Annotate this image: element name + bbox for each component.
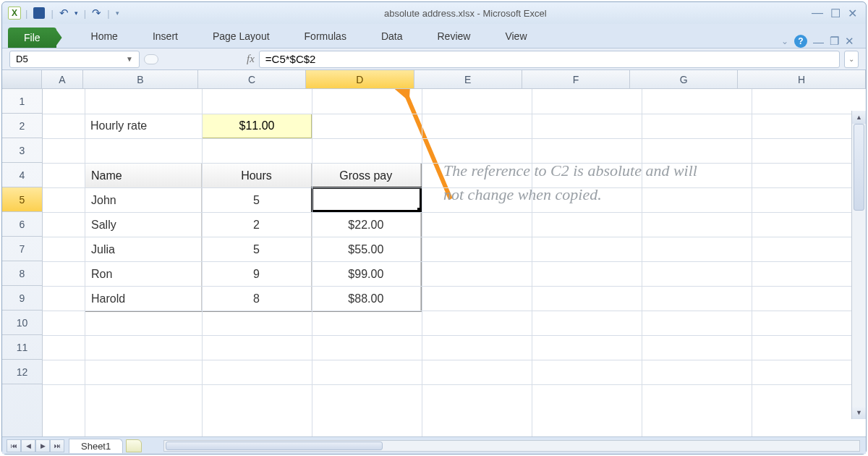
ribbon-tabs: File Home Insert Page Layout Formulas Da…	[2, 24, 866, 48]
row-header-10[interactable]: 10	[2, 311, 42, 335]
row-header-3[interactable]: 3	[2, 138, 42, 163]
formula-bar: D5 ▼ fx =C5*$C$2 ⌄	[2, 48, 866, 70]
row-header-6[interactable]: 6	[2, 212, 42, 237]
row-header-5[interactable]: 5	[2, 187, 42, 212]
column-header-H[interactable]: H	[738, 70, 866, 88]
sheet-nav-prev-icon[interactable]: ◀	[21, 439, 35, 452]
ribbon-dropdown-icon[interactable]: ⌄	[781, 36, 788, 46]
help-icon[interactable]: ?	[794, 35, 807, 48]
sheet-nav-first-icon[interactable]: ⏮	[7, 439, 21, 452]
formula-input[interactable]: =C5*$C$2	[259, 51, 840, 68]
sheet-tab-sheet1[interactable]: Sheet1	[69, 439, 123, 453]
row-header-2[interactable]: 2	[2, 114, 42, 138]
scroll-up-icon[interactable]: ▲	[852, 111, 866, 124]
expand-formula-bar-icon[interactable]: ⌄	[844, 51, 859, 68]
tab-file[interactable]: File	[8, 28, 56, 48]
tab-insert[interactable]: Insert	[135, 26, 195, 48]
name-box[interactable]: D5 ▼	[9, 51, 140, 68]
scroll-down-icon[interactable]: ▼	[852, 406, 866, 419]
row-header-8[interactable]: 8	[2, 261, 42, 286]
tab-home[interactable]: Home	[74, 26, 135, 48]
app-window: X | | ↶ ▾ | ↷ | ▾ absolute address.xlsx …	[1, 1, 867, 455]
row-header-9[interactable]: 9	[2, 286, 42, 311]
column-header-D[interactable]: D	[306, 70, 414, 88]
doc-close-icon[interactable]: ✕	[845, 35, 854, 48]
column-header-F[interactable]: F	[522, 70, 630, 88]
vertical-scrollbar[interactable]: ▲ ▼	[851, 111, 866, 419]
name-box-value: D5	[16, 54, 28, 64]
maximize-icon[interactable]: ☐	[830, 7, 841, 20]
namebox-drop-oval[interactable]	[144, 54, 158, 64]
title-bar: X | | ↶ ▾ | ↷ | ▾ absolute address.xlsx …	[2, 2, 866, 24]
horizontal-scroll-thumb[interactable]	[166, 442, 383, 450]
column-header-G[interactable]: G	[630, 70, 738, 88]
vertical-scroll-thumb[interactable]	[854, 124, 864, 211]
fx-icon[interactable]: fx	[247, 53, 255, 65]
column-header-C[interactable]: C	[198, 70, 306, 88]
sheet-nav-last-icon[interactable]: ⏭	[50, 439, 64, 452]
excel-app-icon: X	[8, 7, 21, 20]
row-header-1[interactable]: 1	[2, 89, 42, 114]
window-title: absolute address.xlsx - Microsoft Excel	[119, 8, 812, 19]
tab-data[interactable]: Data	[364, 26, 420, 48]
horizontal-scrollbar[interactable]	[163, 440, 860, 452]
redo-icon[interactable]: ↷	[92, 7, 101, 20]
doc-restore-icon[interactable]: ❐	[830, 35, 839, 48]
column-header-A[interactable]: A	[42, 70, 83, 88]
row-header-7[interactable]: 7	[2, 237, 42, 261]
tab-view[interactable]: View	[488, 26, 544, 48]
minimize-icon[interactable]: —	[812, 7, 823, 20]
row-header-12[interactable]: 12	[2, 360, 42, 384]
annotation-text: The reference to C2 is absolute and will…	[443, 159, 704, 206]
sheet-nav-next-icon[interactable]: ▶	[35, 439, 50, 452]
undo-icon[interactable]: ↶	[59, 7, 69, 20]
row-header-11[interactable]: 11	[2, 335, 42, 360]
column-header-E[interactable]: E	[414, 70, 522, 88]
close-icon[interactable]: ✕	[848, 7, 857, 20]
status-bar: ⏮ ◀ ▶ ⏭ Sheet1	[2, 436, 866, 454]
column-header-B[interactable]: B	[83, 70, 198, 88]
tab-formulas[interactable]: Formulas	[287, 26, 364, 48]
spreadsheet-grid: ABCDEFGH 123456789101112 Hourly rate $11…	[2, 70, 866, 436]
annotation-arrow-icon	[43, 89, 866, 396]
insert-sheet-icon[interactable]	[126, 439, 142, 452]
tab-review[interactable]: Review	[420, 26, 488, 48]
save-icon[interactable]	[33, 7, 45, 19]
tab-page-layout[interactable]: Page Layout	[195, 26, 287, 48]
doc-minimize-icon[interactable]: —	[813, 35, 824, 48]
row-header-4[interactable]: 4	[2, 163, 42, 187]
chevron-down-icon[interactable]: ▼	[126, 55, 133, 63]
